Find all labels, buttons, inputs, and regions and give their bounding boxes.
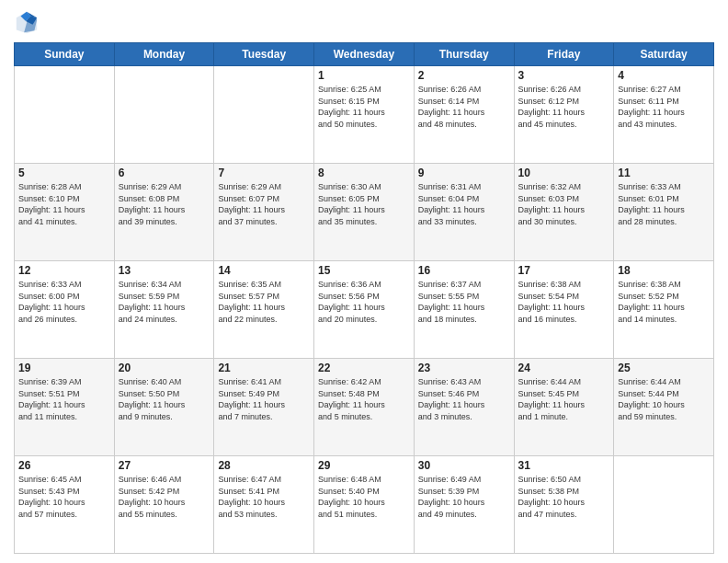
day-number: 29 <box>318 459 410 472</box>
day-number: 4 <box>618 69 710 82</box>
day-info: Sunrise: 6:50 AM Sunset: 5:38 PM Dayligh… <box>518 474 610 520</box>
day-info: Sunrise: 6:42 AM Sunset: 5:48 PM Dayligh… <box>318 376 410 422</box>
day-info: Sunrise: 6:29 AM Sunset: 6:07 PM Dayligh… <box>218 181 310 227</box>
calendar-cell: 8Sunrise: 6:30 AM Sunset: 6:05 PM Daylig… <box>314 164 415 261</box>
calendar-cell: 6Sunrise: 6:29 AM Sunset: 6:08 PM Daylig… <box>114 164 214 261</box>
day-header-sunday: Sunday <box>15 43 115 66</box>
day-info: Sunrise: 6:44 AM Sunset: 5:45 PM Dayligh… <box>518 376 610 422</box>
day-header-tuesday: Tuesday <box>214 43 314 66</box>
day-info: Sunrise: 6:28 AM Sunset: 6:10 PM Dayligh… <box>18 181 110 227</box>
day-info: Sunrise: 6:32 AM Sunset: 6:03 PM Dayligh… <box>518 181 610 227</box>
day-info: Sunrise: 6:31 AM Sunset: 6:04 PM Dayligh… <box>418 181 510 227</box>
calendar-cell: 31Sunrise: 6:50 AM Sunset: 5:38 PM Dayli… <box>514 456 614 554</box>
day-number: 26 <box>18 459 110 472</box>
day-number: 9 <box>418 167 510 179</box>
day-number: 1 <box>318 69 410 82</box>
day-number: 18 <box>618 264 710 277</box>
day-info: Sunrise: 6:37 AM Sunset: 5:55 PM Dayligh… <box>418 279 510 325</box>
day-number: 31 <box>518 459 610 472</box>
day-number: 3 <box>518 69 610 82</box>
day-info: Sunrise: 6:26 AM Sunset: 6:12 PM Dayligh… <box>518 84 610 130</box>
day-info: Sunrise: 6:27 AM Sunset: 6:11 PM Dayligh… <box>618 84 710 130</box>
day-info: Sunrise: 6:45 AM Sunset: 5:43 PM Dayligh… <box>18 474 110 520</box>
day-number: 24 <box>518 362 610 374</box>
calendar-cell: 5Sunrise: 6:28 AM Sunset: 6:10 PM Daylig… <box>15 164 115 261</box>
day-info: Sunrise: 6:44 AM Sunset: 5:44 PM Dayligh… <box>618 376 710 422</box>
calendar-cell: 11Sunrise: 6:33 AM Sunset: 6:01 PM Dayli… <box>614 164 714 261</box>
calendar-cell <box>614 456 714 554</box>
week-row-1: 1Sunrise: 6:25 AM Sunset: 6:15 PM Daylig… <box>15 66 714 164</box>
day-info: Sunrise: 6:38 AM Sunset: 5:52 PM Dayligh… <box>618 279 710 325</box>
week-row-5: 26Sunrise: 6:45 AM Sunset: 5:43 PM Dayli… <box>15 456 714 554</box>
day-number: 19 <box>18 362 110 374</box>
page: SundayMondayTuesdayWednesdayThursdayFrid… <box>0 0 728 563</box>
day-number: 10 <box>518 167 610 179</box>
calendar-cell: 23Sunrise: 6:43 AM Sunset: 5:46 PM Dayli… <box>414 359 514 456</box>
day-info: Sunrise: 6:39 AM Sunset: 5:51 PM Dayligh… <box>18 376 110 422</box>
day-info: Sunrise: 6:26 AM Sunset: 6:14 PM Dayligh… <box>418 84 510 130</box>
day-info: Sunrise: 6:47 AM Sunset: 5:41 PM Dayligh… <box>218 474 310 520</box>
week-row-3: 12Sunrise: 6:33 AM Sunset: 6:00 PM Dayli… <box>15 261 714 359</box>
day-number: 21 <box>218 362 310 374</box>
header <box>14 9 714 35</box>
day-info: Sunrise: 6:36 AM Sunset: 5:56 PM Dayligh… <box>318 279 410 325</box>
day-number: 17 <box>518 264 610 277</box>
calendar-cell: 9Sunrise: 6:31 AM Sunset: 6:04 PM Daylig… <box>414 164 514 261</box>
day-number: 30 <box>418 459 510 472</box>
day-number: 11 <box>618 167 710 179</box>
calendar-cell: 3Sunrise: 6:26 AM Sunset: 6:12 PM Daylig… <box>514 66 614 164</box>
calendar-cell: 1Sunrise: 6:25 AM Sunset: 6:15 PM Daylig… <box>314 66 415 164</box>
calendar-cell: 28Sunrise: 6:47 AM Sunset: 5:41 PM Dayli… <box>214 456 314 554</box>
calendar-cell: 21Sunrise: 6:41 AM Sunset: 5:49 PM Dayli… <box>214 359 314 456</box>
day-number: 23 <box>418 362 510 374</box>
calendar-cell: 22Sunrise: 6:42 AM Sunset: 5:48 PM Dayli… <box>314 359 415 456</box>
day-header-saturday: Saturday <box>614 43 714 66</box>
day-info: Sunrise: 6:34 AM Sunset: 5:59 PM Dayligh… <box>119 279 210 325</box>
calendar-cell: 27Sunrise: 6:46 AM Sunset: 5:42 PM Dayli… <box>114 456 214 554</box>
week-row-2: 5Sunrise: 6:28 AM Sunset: 6:10 PM Daylig… <box>15 164 714 261</box>
calendar-cell: 30Sunrise: 6:49 AM Sunset: 5:39 PM Dayli… <box>414 456 514 554</box>
calendar-cell: 24Sunrise: 6:44 AM Sunset: 5:45 PM Dayli… <box>514 359 614 456</box>
day-info: Sunrise: 6:35 AM Sunset: 5:57 PM Dayligh… <box>218 279 310 325</box>
calendar-table: SundayMondayTuesdayWednesdayThursdayFrid… <box>14 42 714 554</box>
calendar-cell: 4Sunrise: 6:27 AM Sunset: 6:11 PM Daylig… <box>614 66 714 164</box>
calendar-cell: 18Sunrise: 6:38 AM Sunset: 5:52 PM Dayli… <box>614 261 714 359</box>
day-info: Sunrise: 6:49 AM Sunset: 5:39 PM Dayligh… <box>418 474 510 520</box>
day-info: Sunrise: 6:38 AM Sunset: 5:54 PM Dayligh… <box>518 279 610 325</box>
day-info: Sunrise: 6:33 AM Sunset: 6:00 PM Dayligh… <box>18 279 110 325</box>
calendar-cell: 15Sunrise: 6:36 AM Sunset: 5:56 PM Dayli… <box>314 261 415 359</box>
calendar-cell: 26Sunrise: 6:45 AM Sunset: 5:43 PM Dayli… <box>15 456 115 554</box>
logo <box>14 9 43 35</box>
day-info: Sunrise: 6:29 AM Sunset: 6:08 PM Dayligh… <box>119 181 210 227</box>
day-number: 5 <box>18 167 110 179</box>
calendar-cell <box>114 66 214 164</box>
calendar-cell: 13Sunrise: 6:34 AM Sunset: 5:59 PM Dayli… <box>114 261 214 359</box>
calendar-cell: 10Sunrise: 6:32 AM Sunset: 6:03 PM Dayli… <box>514 164 614 261</box>
day-number: 14 <box>218 264 310 277</box>
day-number: 20 <box>119 362 210 374</box>
calendar-cell: 2Sunrise: 6:26 AM Sunset: 6:14 PM Daylig… <box>414 66 514 164</box>
day-header-wednesday: Wednesday <box>314 43 415 66</box>
logo-icon <box>14 9 40 35</box>
day-number: 12 <box>18 264 110 277</box>
day-number: 27 <box>119 459 210 472</box>
day-info: Sunrise: 6:41 AM Sunset: 5:49 PM Dayligh… <box>218 376 310 422</box>
day-number: 2 <box>418 69 510 82</box>
day-number: 28 <box>218 459 310 472</box>
day-number: 15 <box>318 264 410 277</box>
calendar-cell: 25Sunrise: 6:44 AM Sunset: 5:44 PM Dayli… <box>614 359 714 456</box>
day-info: Sunrise: 6:40 AM Sunset: 5:50 PM Dayligh… <box>119 376 210 422</box>
day-number: 7 <box>218 167 310 179</box>
day-number: 13 <box>119 264 210 277</box>
day-info: Sunrise: 6:43 AM Sunset: 5:46 PM Dayligh… <box>418 376 510 422</box>
day-info: Sunrise: 6:25 AM Sunset: 6:15 PM Dayligh… <box>318 84 410 130</box>
day-header-friday: Friday <box>514 43 614 66</box>
day-number: 6 <box>119 167 210 179</box>
calendar-cell: 20Sunrise: 6:40 AM Sunset: 5:50 PM Dayli… <box>114 359 214 456</box>
day-info: Sunrise: 6:46 AM Sunset: 5:42 PM Dayligh… <box>119 474 210 520</box>
week-row-4: 19Sunrise: 6:39 AM Sunset: 5:51 PM Dayli… <box>15 359 714 456</box>
day-info: Sunrise: 6:48 AM Sunset: 5:40 PM Dayligh… <box>318 474 410 520</box>
calendar-cell: 12Sunrise: 6:33 AM Sunset: 6:00 PM Dayli… <box>15 261 115 359</box>
day-header-thursday: Thursday <box>414 43 514 66</box>
day-number: 25 <box>618 362 710 374</box>
